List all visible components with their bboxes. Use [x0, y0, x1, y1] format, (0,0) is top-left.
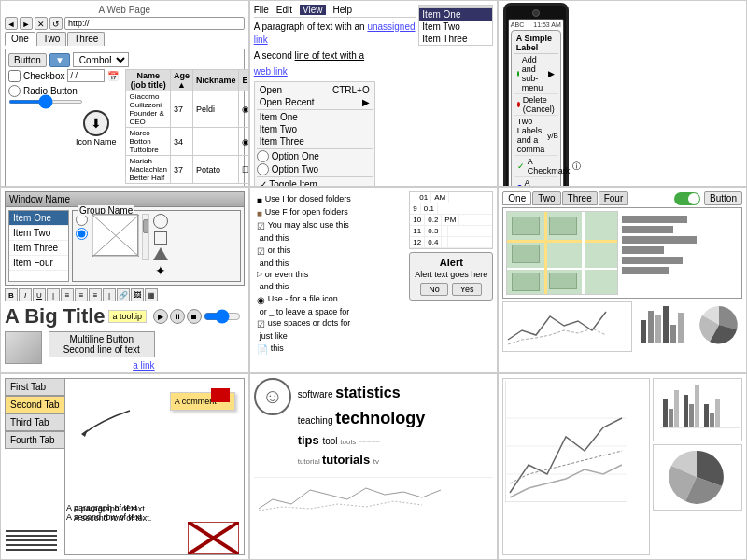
browser-tabs: One Two Three [5, 32, 245, 46]
popup-item-labels[interactable]: Two Labels, and a comma y/B [514, 116, 558, 156]
menu-view[interactable]: View [300, 5, 326, 15]
svg-rect-12 [663, 306, 669, 343]
popup-item-delete[interactable]: Delete (Cancel) [514, 94, 558, 116]
tab-strip-two[interactable]: Two [532, 191, 560, 205]
tab-button[interactable]: Button [704, 191, 742, 205]
doc-icon: 📄 [257, 343, 268, 356]
check-item-8: and this [257, 282, 404, 293]
unassigned-link[interactable]: unassigned link [254, 21, 416, 45]
radio-two-label: Option Two [272, 164, 318, 175]
tool-bold[interactable]: B [5, 288, 18, 301]
tool-table[interactable]: ▦ [145, 288, 158, 301]
tab-three[interactable]: Three [67, 32, 105, 46]
cell-emp1: ◉ [239, 91, 249, 128]
tab-strip-three[interactable]: Three [562, 191, 598, 205]
list-box-item-four[interactable]: Item Four [9, 256, 68, 271]
popup-add-label: Add and sub-menu [522, 55, 545, 92]
svg-rect-31 [663, 399, 668, 427]
scroll-thumb[interactable] [143, 219, 148, 233]
tool-italic[interactable]: I [19, 288, 32, 301]
toggle-item[interactable]: ✓ Toggle Item [257, 178, 373, 187]
pause-button[interactable]: ⏸ [170, 309, 185, 324]
popup-item-add[interactable]: Add and sub-menu ▶ [514, 54, 558, 94]
tab-strip: One Two Three Four Button [502, 191, 742, 205]
info-icon: ⓘ [572, 161, 581, 173]
alert-no-button[interactable]: No [420, 283, 448, 296]
back-button[interactable]: ◄ [5, 17, 18, 30]
forward-button[interactable]: ► [20, 17, 33, 30]
download-icon[interactable]: ⬇ [83, 110, 109, 136]
scribble-svg [6, 526, 57, 554]
svg-rect-8 [622, 267, 669, 274]
tool-underline[interactable]: U [33, 288, 46, 301]
menu-open-recent[interactable]: Open Recent ▶ [257, 96, 373, 108]
group-radio-btn-2[interactable] [76, 228, 88, 240]
menu-open[interactable]: Open CTRL+O [257, 84, 373, 96]
alert-yes-button[interactable]: Yes [452, 283, 483, 296]
cell-nick2 [192, 128, 239, 156]
time-01: 0.1 [421, 203, 438, 214]
address-bar[interactable] [64, 17, 245, 30]
tool-align-right[interactable]: ≡ [89, 288, 102, 301]
svg-rect-36 [695, 385, 699, 427]
cell-age1: 37 [170, 91, 192, 128]
play-button[interactable]: ▶ [153, 309, 168, 324]
menu-help[interactable]: Help [333, 5, 353, 15]
menu-edit[interactable]: Edit [276, 5, 292, 15]
cell-emp2: ◉ [239, 128, 249, 156]
tool-link[interactable]: 🔗 [117, 288, 130, 301]
scrollbar[interactable] [142, 214, 149, 260]
check-item-5: ☑ or this [257, 245, 404, 258]
vertical-tabs-panel: First Tab Second Tab Third Tab Fourth Ta… [0, 373, 249, 560]
table-area: Name (job title) Age ▲ Nickname Employee… [125, 69, 248, 184]
popup-item-checkmark[interactable]: ✓ A Checkmark ⓘ [514, 156, 558, 177]
refresh-button[interactable]: ↺ [49, 17, 63, 30]
check-text-1: Use I for closed folders [265, 194, 351, 205]
list-item-three[interactable]: Item Three [257, 135, 373, 147]
col-employee: Employee [239, 70, 249, 91]
vtab-second[interactable]: Second Tab [5, 396, 64, 413]
web-link[interactable]: web link [254, 66, 288, 77]
vtab-fourth[interactable]: Fourth Tab [5, 431, 64, 449]
tab-strip-four[interactable]: Four [599, 191, 629, 205]
list-item-one[interactable]: Item One [257, 111, 373, 123]
multiline-button[interactable]: Multiline Button Second line of text [49, 331, 155, 357]
blue-button[interactable]: ▼ [49, 53, 70, 67]
button[interactable]: Button [8, 53, 47, 67]
list-box-item-two[interactable]: Item Two [9, 226, 68, 241]
green-toggle[interactable] [674, 192, 700, 205]
volume-slider[interactable] [204, 309, 241, 324]
list-panel-item-two[interactable]: Item Two [419, 21, 492, 33]
tab-strip-one[interactable]: One [502, 191, 531, 205]
large-line-chart [502, 378, 650, 555]
alert-buttons: No Yes [414, 283, 488, 296]
popup-labels-text: Two Labels, and a comma [517, 117, 545, 154]
checkbox[interactable] [8, 70, 21, 82]
phone-screen: ABC 11:53 AM A Simple Label Add and sub-… [508, 19, 564, 187]
tool-align-center[interactable]: ≡ [75, 288, 88, 301]
popup-item-bullet[interactable]: A Bullet ≡ [514, 177, 558, 187]
large-line-svg [505, 381, 627, 502]
calendar-icon[interactable]: 📅 [107, 71, 119, 81]
vtab-third[interactable]: Third Tab [5, 413, 64, 431]
link-label[interactable]: a link [133, 360, 154, 371]
tab-two[interactable]: Two [36, 32, 66, 46]
popup-arrow-icon: ▶ [548, 69, 555, 78]
scroll-area [142, 214, 149, 278]
stop-button[interactable]: ✕ [35, 17, 48, 30]
slider[interactable] [8, 100, 83, 104]
menu-file[interactable]: File [254, 5, 269, 15]
tool-image[interactable]: 🖼 [131, 288, 144, 301]
combo-box[interactable]: ComboBox [73, 52, 129, 67]
tab-one[interactable]: One [5, 32, 35, 46]
tool-align-left[interactable]: ≡ [61, 288, 74, 301]
date-input[interactable] [67, 69, 105, 82]
list-panel-item-three[interactable]: Item Three [419, 33, 492, 45]
list-panel-item-one[interactable]: Item One [419, 8, 492, 21]
list-box-item-one[interactable]: Item One [9, 211, 68, 226]
list-item-two[interactable]: Item Two [257, 123, 373, 135]
list-box-item-three[interactable]: Item Three [9, 241, 68, 256]
triangle-shape [153, 247, 168, 260]
stop-media-button[interactable]: ⏹ [187, 309, 202, 324]
vtab-first[interactable]: First Tab [5, 378, 64, 396]
